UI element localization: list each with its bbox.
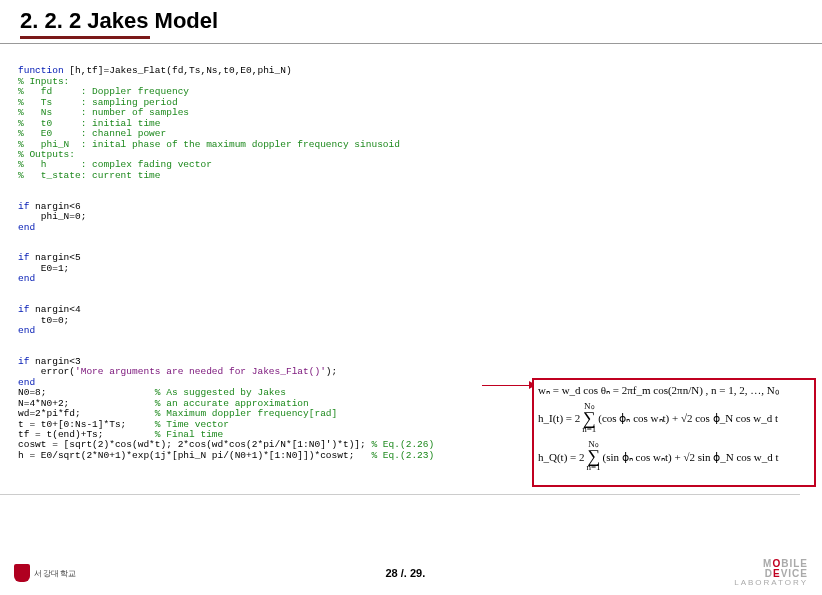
code-text: E0=1; <box>18 263 69 274</box>
formula-callout: wₙ = w_d cos θₙ = 2πf_m cos(2πn/N) , n =… <box>532 378 816 487</box>
lab-logo: MOBILE DEVICE LABORATORY <box>734 559 808 587</box>
code-text: nargin<6 <box>29 201 80 212</box>
code-text: t = t0+[0:Ns-1]*Ts; <box>18 419 155 430</box>
code-text: phi_N=0; <box>18 211 86 222</box>
sigma-icon: N₀ ∑ n=1 <box>587 440 601 472</box>
code-text: [h,tf]=Jakes_Flat(fd,Ts,Ns,t0,E0,phi_N) <box>64 65 292 76</box>
comment: % h : complex fading vector <box>18 159 212 170</box>
formula-line-3: h_Q(t) = 2 N₀ ∑ n=1 (sin ϕₙ cos wₙt) + √… <box>538 440 810 472</box>
comment: % phi_N : inital phase of the maximum do… <box>18 139 400 150</box>
comment: % Eq.(2.23) <box>371 450 434 461</box>
comment: % Time vector <box>155 419 229 430</box>
comment: % Ts : sampling period <box>18 97 178 108</box>
kw-end: end <box>18 222 35 233</box>
code-text: t0=0; <box>18 315 69 326</box>
code-text: ); <box>326 366 337 377</box>
formula-text: h_I(t) = 2 <box>538 412 580 424</box>
slide-title: 2. 2. 2 Jakes Model <box>20 8 802 34</box>
formula-line-1: wₙ = w_d cos θₙ = 2πf_m cos(2πn/N) , n =… <box>538 384 810 396</box>
formula-text: (sin ϕₙ cos wₙt) + √2 sin ϕ_N cos w_d t <box>603 451 779 463</box>
comment: % Ns : number of samples <box>18 107 189 118</box>
lab-logo-line3: LABORATORY <box>734 579 808 587</box>
comment: % t_state: current time <box>18 170 161 181</box>
code-text: N0=8; <box>18 387 155 398</box>
callout-arrow <box>482 385 532 386</box>
kw-end: end <box>18 377 35 388</box>
comment: % E0 : channel power <box>18 128 166 139</box>
comment: % Inputs: <box>18 76 69 87</box>
comment: % Final time <box>155 429 223 440</box>
code-text: nargin<4 <box>29 304 80 315</box>
page-number: 28 /. 29. <box>385 567 425 579</box>
slide-header: 2. 2. 2 Jakes Model <box>0 0 822 44</box>
code-text: nargin<3 <box>29 356 80 367</box>
title-underline <box>20 36 150 39</box>
university-logo: 서강대학교 <box>14 564 77 582</box>
code-text: coswt = [sqrt(2)*cos(wd*t); 2*cos(wd*cos… <box>18 439 371 450</box>
comment: % Eq.(2.26) <box>371 439 434 450</box>
comment: % As suggested by Jakes <box>155 387 286 398</box>
slide-footer: 서강대학교 28 /. 29. MOBILE DEVICE LABORATORY <box>0 559 822 587</box>
comment: % Maximum doppler frequency[rad] <box>155 408 337 419</box>
comment: % Outputs: <box>18 149 75 160</box>
sigma-icon: N₀ ∑ n=1 <box>582 402 596 434</box>
comment: % an accurate approximation <box>155 398 309 409</box>
formula-text: h_Q(t) = 2 <box>538 451 585 463</box>
kw-if: if <box>18 201 29 212</box>
code-text: wd=2*pi*fd; <box>18 408 155 419</box>
string: 'More arguments are needed for Jakes_Fla… <box>75 366 326 377</box>
formula-text: (cos ϕₙ cos wₙt) + √2 cos ϕ_N cos w_d t <box>598 412 778 424</box>
comment: % t0 : initial time <box>18 118 161 129</box>
code-text: N=4*N0+2; <box>18 398 155 409</box>
kw-function: function <box>18 65 64 76</box>
code-text: h = E0/sqrt(2*N0+1)*exp(1j*[phi_N pi/(N0… <box>18 450 371 461</box>
code-text: tf = t(end)+Ts; <box>18 429 155 440</box>
kw-if: if <box>18 356 29 367</box>
sum-lower: n=1 <box>587 463 601 473</box>
kw-end: end <box>18 273 35 284</box>
shield-icon <box>14 564 30 582</box>
code-text: error( <box>18 366 75 377</box>
formula-line-2: h_I(t) = 2 N₀ ∑ n=1 (cos ϕₙ cos wₙt) + √… <box>538 402 810 434</box>
kw-if: if <box>18 304 29 315</box>
university-name: 서강대학교 <box>34 568 77 579</box>
comment: % fd : Doppler frequency <box>18 86 189 97</box>
sigma-symbol: ∑ <box>583 412 596 425</box>
sum-lower: n=1 <box>582 425 596 435</box>
kw-if: if <box>18 252 29 263</box>
code-text: nargin<5 <box>29 252 80 263</box>
kw-end: end <box>18 325 35 336</box>
